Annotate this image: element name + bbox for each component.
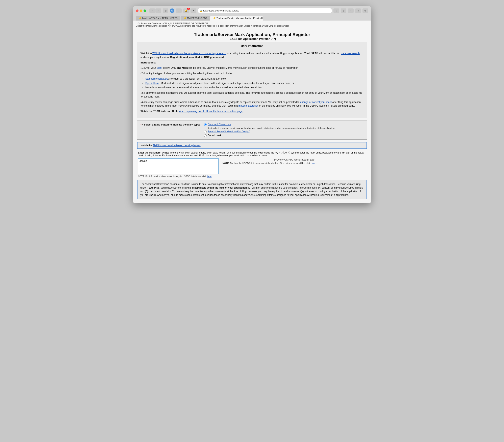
sound-mark-label: Sound mark [208, 134, 221, 137]
standard-chars-note: A standard character mark cannot be chan… [208, 127, 335, 129]
new-tab-button[interactable]: ⊕ [341, 8, 346, 13]
mark-type-box: * * Select a radio button to indicate th… [137, 120, 367, 140]
tab-2-label: MyUSPTO | USPTO [187, 17, 207, 19]
mark-entry-row: JoDoe NOTE: For information about mark d… [138, 158, 366, 177]
tab-3-icon: 🔑 [213, 17, 216, 19]
add-button[interactable]: + [348, 8, 354, 13]
tmin-video-link[interactable]: TMIN instructional video on the importan… [152, 52, 226, 55]
tab-2-icon: 🔑 [184, 17, 186, 19]
tab-2[interactable]: 🔑 MyUSPTO | USPTO [181, 16, 210, 20]
instruction-3: (3) Follow the specific instructions tha… [141, 91, 363, 99]
govt-line1: U.S. Patent and Trademark Office; U.S. D… [136, 22, 368, 25]
preview-note-text: For how the USPTO determines what the di… [230, 162, 311, 164]
mark-type-row: * * Select a radio button to indicate th… [141, 123, 363, 137]
browser-extension-1[interactable]: W [170, 8, 174, 13]
fullscreen-button[interactable] [144, 9, 146, 12]
bullet-2: Special form: Mark includes a design or … [145, 81, 363, 85]
forward-button[interactable]: › [155, 8, 161, 13]
instructions-label: Instructions: [141, 61, 363, 65]
instruction-1: (1) Enter your Mark below. Only one Mark… [141, 66, 363, 70]
page-title-section: Trademark/Service Mark Application, Prin… [133, 29, 371, 42]
preview-note-label: NOTE: [223, 162, 229, 164]
mark-note-label: NOTE: [138, 175, 145, 177]
mark-text-input[interactable]: JoDoe [138, 158, 218, 174]
tab-1[interactable]: 🔑 Log in to TEAS and TEASi | USPTO [136, 16, 180, 20]
page-title: Trademark/Service Mark Application, Prin… [137, 32, 367, 37]
tab-3[interactable]: 🔑 Trademark/Service Mark Application, Pr… [210, 16, 263, 20]
tmin-drawing-note: Watch the TMIN instructional video on dr… [137, 142, 367, 149]
radio-sound-mark: Sound mark [204, 134, 335, 137]
mark-input-container: JoDoe NOTE: For information about mark d… [138, 158, 218, 177]
mark-entry-section: Enter the Mark here: (Note: The entry ca… [137, 151, 367, 177]
lock-icon: 🔒 [200, 10, 202, 12]
instruction-2: (2) Identify the type of Mark you are su… [141, 71, 363, 75]
mark-link[interactable]: Mark [157, 67, 162, 69]
back-button[interactable]: ‹ [149, 8, 155, 13]
material-alteration-link[interactable]: material alteration [238, 104, 258, 107]
watch-paragraph: Watch the TMIN instructional video on th… [141, 51, 363, 59]
page-subtitle: TEAS Plus Application (Version 7.7) [137, 37, 367, 40]
bullet-3: Non-visual sound mark: Include a musical… [145, 86, 363, 89]
special-form-radio-link[interactable]: Special Form (Stylized and/or Design) [208, 130, 250, 133]
preview-section: Preview USPTO-Generated Image NOTE: For … [223, 158, 366, 164]
preview-title: Preview USPTO-Generated Image [223, 158, 366, 161]
preview-here-link[interactable]: here [311, 162, 315, 164]
minimize-button[interactable] [140, 9, 142, 12]
tmin-drawing-link[interactable]: TMIN instructional video on drawing issu… [153, 144, 201, 147]
instruction-4: (4) Carefully review this page prior to … [141, 100, 363, 108]
tab-list-button[interactable]: ⧉ [362, 8, 368, 13]
mark-type-field-label: * * Select a radio button to indicate th… [141, 123, 200, 126]
mark-entry-label: Enter the Mark here: (Note: The entry ca… [138, 151, 366, 157]
share-button[interactable]: ⬆ [355, 8, 361, 13]
change-mark-link[interactable]: change or correct your mark [300, 101, 332, 103]
browser-extension-3[interactable]: ⚑ [191, 8, 196, 13]
special-form-link[interactable]: Special form [145, 82, 159, 85]
mark-note-text: For information about mark display in US… [145, 175, 207, 177]
tab-view-button[interactable]: ⊞ [163, 8, 168, 13]
browser-tabs: 🔑 Log in to TEAS and TEASi | USPTO 🔑 MyU… [136, 16, 368, 20]
additional-statement-box: The "Additional Statement" section of th… [137, 180, 367, 199]
watch-nuts: Watch the TEAS Nuts and Bolts video expl… [141, 109, 363, 113]
mark-information-body: Watch the TMIN instructional video on th… [137, 50, 367, 118]
enter-mark-label: Enter the Mark here: [138, 151, 161, 154]
radio-special-form: Special Form (Stylized and/or Design) [204, 130, 335, 133]
radio-standard-chars-input[interactable] [204, 123, 207, 126]
watch-suffix: of existing trademarks or service marks … [226, 52, 341, 55]
tab-1-icon: 🔑 [139, 17, 141, 19]
refresh-button[interactable]: ↻ [333, 8, 339, 13]
browser-notifications[interactable]: 🔔1 [183, 8, 189, 13]
browser-extension-2[interactable]: 🛡 [176, 8, 182, 13]
preview-note: NOTE: For how the USPTO determines what … [223, 162, 366, 164]
nuts-bolts-video-link[interactable]: video explaining how to fill out the Mar… [179, 110, 243, 113]
bullet-1: Standard characters: No claim to a parti… [145, 77, 363, 81]
close-button[interactable] [136, 9, 139, 12]
radio-standard-chars: Standard Characters [204, 123, 335, 126]
radio-special-form-input[interactable] [204, 131, 207, 133]
govt-line2: Under the Paperwork Reduction Act of 199… [136, 25, 368, 27]
tab-1-label: Log in to TEAS and TEASi | USPTO [142, 17, 178, 19]
govt-header: U.S. Patent and Trademark Office; U.S. D… [133, 20, 371, 29]
mark-display-here-link[interactable]: here [207, 175, 212, 177]
traffic-lights [136, 9, 146, 12]
watch-prefix: Watch the [141, 52, 152, 55]
mark-type-list: Standard characters: No claim to a parti… [145, 77, 363, 89]
watch-suffix2: and complex legal review. [141, 56, 170, 59]
mark-display-note: NOTE: For information about mark display… [138, 175, 218, 177]
url-text: teas.uspto.gov/forms/teas.service [203, 9, 239, 12]
mark-type-options: Standard Characters A standard character… [204, 123, 335, 137]
registration-note: Registration of your Mark is NOT guarant… [170, 56, 225, 59]
address-bar[interactable]: 🔒 teas.uspto.gov/forms/teas.service [198, 8, 332, 13]
tab-3-label: Trademark/Service Mark Application, Prin… [216, 17, 263, 19]
database-search-link[interactable]: database search [341, 52, 360, 55]
standard-chars-radio-link[interactable]: Standard Characters [208, 123, 231, 126]
mark-information-box: Mark Information Watch the TMIN instruct… [137, 42, 367, 118]
standard-chars-link[interactable]: Standard characters [145, 77, 168, 80]
radio-sound-mark-input[interactable] [204, 134, 207, 137]
mark-information-header: Mark Information [137, 42, 367, 50]
